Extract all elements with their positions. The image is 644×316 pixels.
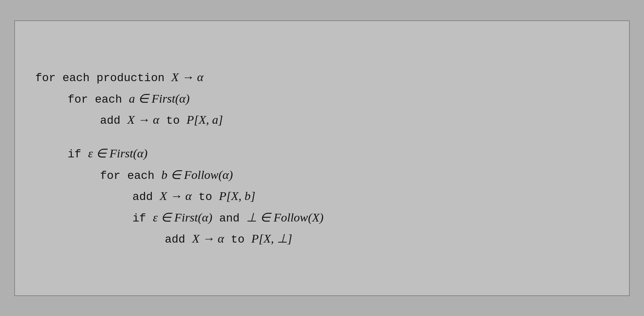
algorithm-content: for each production X → α for each a ∈ F… bbox=[35, 67, 609, 249]
keyword-for-each-b: for each bbox=[100, 170, 161, 182]
line-7: if ε ∈ First(α) and ⊥ ∈ Follow(X) bbox=[35, 207, 609, 228]
keyword-for-each-production: for each production bbox=[35, 72, 171, 84]
keyword-if-2: if bbox=[132, 212, 153, 225]
keyword-add-1: add bbox=[100, 114, 127, 127]
math-a-in-first-alpha: a ∈ First(α) bbox=[129, 92, 190, 105]
line-1: for each production X → α bbox=[35, 67, 609, 88]
keyword-to-2: to bbox=[192, 191, 219, 203]
line-6: add X → α to P[X, b] bbox=[35, 185, 609, 207]
keyword-for-each-a: for each bbox=[68, 93, 129, 106]
math-X-arrow-alpha-1: X → α bbox=[171, 70, 203, 84]
keyword-add-2: add bbox=[132, 191, 160, 203]
line-4: if ε ∈ First(α) bbox=[35, 143, 609, 164]
keyword-and: and bbox=[212, 212, 246, 225]
spacer-1 bbox=[35, 131, 609, 143]
keyword-add-3: add bbox=[165, 233, 192, 246]
math-P-X-bottom: P[X, ⊥] bbox=[252, 232, 292, 245]
line-2: for each a ∈ First(α) bbox=[35, 88, 609, 110]
algorithm-box: for each production X → α for each a ∈ F… bbox=[14, 20, 630, 296]
math-b-in-follow-alpha: b ∈ Follow(α) bbox=[161, 168, 233, 181]
keyword-if-1: if bbox=[68, 148, 88, 161]
line-5: for each b ∈ Follow(α) bbox=[35, 164, 609, 186]
keyword-to-3: to bbox=[224, 233, 251, 246]
line-8: add X → α to P[X, ⊥] bbox=[35, 228, 609, 249]
line-3: add X → α to P[X, a] bbox=[35, 109, 609, 131]
math-X-arrow-alpha-4: X → α bbox=[192, 232, 224, 245]
math-epsilon-in-first-alpha: ε ∈ First(α) bbox=[88, 146, 147, 160]
math-bottom-in-follow-X: ⊥ ∈ Follow(X) bbox=[246, 211, 323, 224]
math-X-arrow-alpha-2: X → α bbox=[127, 113, 159, 126]
math-P-X-a: P[X, a] bbox=[187, 113, 223, 126]
math-epsilon-in-first-alpha-2: ε ∈ First(α) bbox=[153, 211, 212, 224]
keyword-to-1: to bbox=[159, 114, 186, 127]
math-X-arrow-alpha-3: X → α bbox=[160, 189, 192, 202]
math-P-X-b: P[X, b] bbox=[219, 189, 256, 202]
